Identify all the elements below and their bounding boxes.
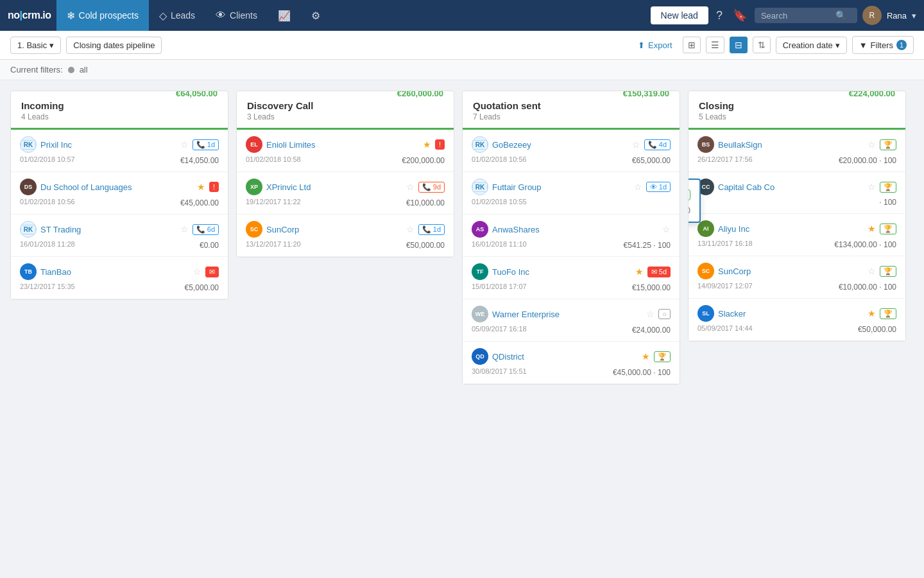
column-discovery: €260,000.00 Discovery Call 3 Leads EL En… (236, 91, 454, 258)
view-list-button[interactable]: ☰ (706, 37, 724, 53)
lead-date: 23/12/2017 15:35 (20, 283, 75, 290)
lead-name: Warner Enterprise (492, 310, 642, 319)
lead-name: Futtair Group (492, 182, 630, 192)
lead-name: Enioli Limites (266, 140, 419, 150)
toolbar: 1. Basic ▾ Closing dates pipeline ⬆ Expo… (0, 31, 924, 60)
table-row[interactable]: AI Aliyu Inc ★ 🏆 13/11/2017 16:18 €134,0… (689, 214, 905, 256)
table-row[interactable]: TB TianBao ☆ ✉ 23/12/2017 15:35 €5,000.0… (11, 257, 228, 299)
star-empty-icon: ☆ (632, 139, 640, 150)
column-amount: €224,000.00 (849, 91, 895, 98)
star-icon: ★ (642, 351, 650, 362)
table-row[interactable]: RK GoBezeey ☆ 📞 4d 01/02/2018 10:56 €65,… (463, 130, 680, 172)
navbar-actions: New lead ? 🔖 🔍 R Rana ▾ (651, 6, 916, 25)
view-grid-button[interactable]: ⊞ (683, 37, 701, 53)
star-empty-icon: ☆ (180, 224, 189, 234)
lead-date: 05/09/2017 16:18 (472, 325, 527, 333)
table-row[interactable]: CC Capital Cab Co ☆ 🏆 DS Diisr - Small B… (689, 172, 905, 214)
lead-name: QDistrict (492, 352, 638, 362)
lead-amount: €45,000.00 · 100 (613, 368, 671, 377)
column-title: Discovery Call (247, 100, 443, 111)
lead-avatar: AI (697, 220, 714, 237)
lead-name: Slacker (718, 309, 864, 319)
table-row[interactable]: TF TuoFo Inc ★ ✉ 5d 15/01/2018 17:07 €15… (463, 257, 680, 299)
filters-button[interactable]: ▼ Filters 1 (852, 36, 914, 54)
lead-avatar: RK (472, 179, 488, 195)
avatar[interactable]: R (862, 6, 882, 25)
closing-dates-btn[interactable]: Closing dates pipeline (66, 37, 162, 54)
lead-amount: €50,000.00 (858, 325, 896, 334)
app-logo[interactable]: no|crm.io (8, 10, 51, 21)
table-row[interactable]: RK Futtair Group ☆ 👁 1d 01/02/2018 10:55 (463, 172, 680, 215)
nav-settings[interactable]: ⚙ (301, 0, 330, 31)
table-row[interactable]: QD QDistrict ★ 🏆 30/08/2017 15:51 €45,00… (463, 342, 680, 384)
column-header-quotation: €150,319.00 Quotation sent 7 Leads (463, 91, 680, 130)
column-amount: €150,319.00 (623, 91, 669, 98)
trophy-badge: 🏆 (880, 182, 896, 193)
new-lead-button[interactable]: New lead (651, 6, 708, 24)
search-box: 🔍 (755, 8, 857, 23)
nav-clients[interactable]: 👁 Clients (205, 0, 268, 31)
lead-amount: €50,000.00 (406, 241, 445, 250)
table-row[interactable]: RK Prixil Inc ☆ 📞 1d 01/02/2018 10:57 €1… (11, 130, 228, 172)
creation-date-dropdown[interactable]: Creation date ▾ (776, 37, 847, 54)
table-row[interactable]: XP XPrinvic Ltd ☆ 📞 9d 19/12/2017 11:22 … (237, 172, 454, 215)
lead-date: 16/01/2018 11:10 (472, 240, 527, 248)
trophy-badge: 🏆 (654, 351, 671, 362)
lead-amount: €0.00 (200, 241, 219, 250)
navbar: no|crm.io ❄ Cold prospects ◇ Leads 👁 Cli… (0, 0, 924, 31)
column-header-closing: €224,000.00 Closing 5 Leads (689, 91, 905, 130)
lead-date: 13/11/2017 16:18 (697, 240, 753, 247)
nav-leads-label: Leads (171, 10, 195, 21)
lead-amount: €15,000.00 (632, 283, 671, 292)
lead-avatar: WE (472, 306, 488, 322)
table-row[interactable]: WE Warner Enterprise ☆ ○ 05/09/2017 16:1… (463, 299, 680, 342)
phone-badge: 📞 9d (418, 182, 445, 193)
table-row[interactable]: SC SunCorp ☆ 📞 1d 13/12/2017 11:20 €50,0… (237, 215, 454, 257)
table-row[interactable]: SC SunCorp ☆ 🏆 14/09/2017 12:07 €10,000.… (689, 256, 905, 299)
lead-amount: €24,000.00 (632, 326, 671, 335)
table-row[interactable]: BS BeullakSign ☆ 🏆 26/12/2017 17:56 €20,… (689, 130, 905, 172)
view-sort-button[interactable]: ⇅ (753, 37, 771, 53)
lead-date: 14/09/2017 12:07 (697, 282, 753, 290)
leads-icon: ◇ (159, 10, 167, 22)
bookmark-button[interactable]: 🔖 (730, 6, 749, 25)
export-button[interactable]: ⬆ Export (633, 38, 678, 53)
lead-avatar: BS (697, 136, 714, 153)
view-kanban-button[interactable]: ⊟ (730, 37, 748, 53)
nav-cold-prospects[interactable]: ❄ Cold prospects (56, 0, 149, 31)
star-empty-icon: ☆ (406, 224, 415, 234)
table-row[interactable]: RK ST Trading ☆ 📞 6d 16/01/2018 11:28 €0… (11, 215, 228, 257)
kanban-board: €64,050.00 Incoming 4 Leads RK Prixil In… (0, 80, 924, 572)
table-row[interactable]: SL Slacker ★ 🏆 05/09/2017 14:44 €50,000.… (689, 299, 905, 341)
lead-avatar: EL (246, 136, 262, 153)
lead-name: AnwaShares (492, 225, 658, 234)
column-cards-quotation: RK GoBezeey ☆ 📞 4d 01/02/2018 10:56 €65,… (463, 130, 680, 384)
lead-amount: €45,000.00 (180, 198, 219, 207)
filters-bar: Current filters: all (0, 60, 924, 80)
lead-avatar: SC (246, 221, 262, 238)
table-row[interactable]: EL Enioli Limites ★ ! 01/02/2018 10:58 €… (237, 130, 454, 172)
pipeline-dropdown[interactable]: 1. Basic ▾ (10, 37, 61, 54)
lead-name: BeullakSign (718, 140, 864, 150)
star-icon: ★ (868, 223, 876, 234)
phone-badge: 📞 4d (644, 139, 671, 150)
column-incoming: €64,050.00 Incoming 4 Leads RK Prixil In… (10, 91, 228, 300)
table-row[interactable]: DS Du School of Languages ★ ! 01/02/2018… (11, 172, 228, 215)
user-name[interactable]: Rana (887, 11, 907, 21)
help-button[interactable]: ? (714, 6, 725, 25)
column-leads-count: 3 Leads (247, 112, 443, 121)
nav-analytics[interactable]: 📈 (268, 0, 301, 31)
lead-date: 30/08/2017 15:51 (472, 367, 527, 375)
lead-avatar: SC (697, 263, 714, 279)
lead-name: XPrinvic Ltd (266, 182, 402, 192)
lead-amount: €10,000.00 · 100 (839, 283, 896, 292)
lead-date: 19/12/2017 11:22 (246, 198, 301, 206)
filter-dot-icon (68, 67, 74, 73)
search-input[interactable] (761, 11, 832, 21)
lead-name: TianBao (40, 267, 189, 277)
lead-name: TuoFo Inc (492, 267, 631, 277)
lead-date: 13/12/2017 11:20 (246, 240, 301, 248)
phone-badge: 📞 1d (193, 139, 219, 150)
nav-leads[interactable]: ◇ Leads (149, 0, 205, 31)
table-row[interactable]: AS AnwaShares ☆ 16/01/2018 11:10 €541.25… (463, 215, 680, 257)
